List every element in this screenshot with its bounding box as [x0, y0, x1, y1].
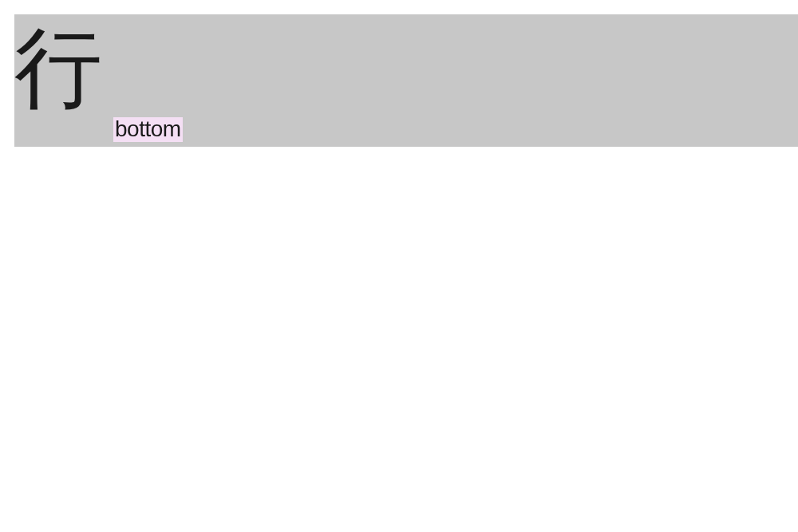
alignment-tag: bottom — [113, 117, 183, 142]
cjk-glyph: 行 — [14, 24, 102, 112]
demo-banner: 行 bottom — [14, 14, 798, 147]
